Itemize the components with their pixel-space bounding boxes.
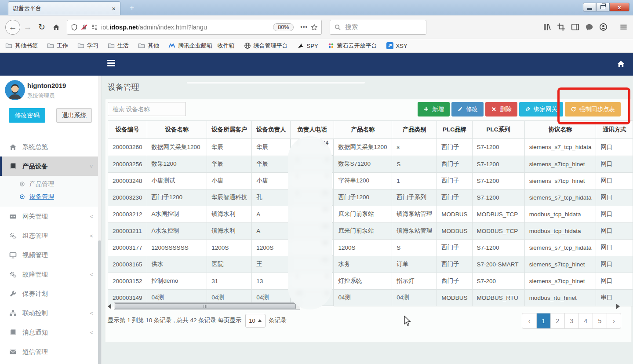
horizontal-scrollbar[interactable] (108, 302, 630, 310)
permissions-icon[interactable] (91, 24, 98, 31)
sidebar-item[interactable]: 联动控制< (0, 303, 101, 323)
sidebar-item[interactable]: 故障管理< (0, 265, 101, 284)
bullseye-icon (19, 181, 25, 187)
pager-page[interactable]: 5 (593, 313, 607, 328)
url-bar[interactable]: iot.idosp.net/admin/index.html?langu 80%… (67, 20, 322, 35)
back-button[interactable]: ← (5, 20, 20, 35)
sidebar-item[interactable]: 消息通知< (0, 323, 101, 342)
sidebar-scrollbar[interactable] (98, 76, 101, 364)
bookmark-label: 生活 (117, 42, 129, 50)
pager-page[interactable]: 4 (578, 313, 593, 328)
browser-home-button[interactable] (49, 24, 63, 31)
window-restore-button[interactable] (596, 3, 609, 11)
shield-icon[interactable] (71, 24, 78, 31)
change-password-button[interactable]: 修改密码 (9, 108, 45, 123)
user-card: hignton2019 系统管理员 修改密码 退出系统 (0, 76, 101, 137)
bookmark-item[interactable]: 生活 (108, 42, 129, 50)
window-close-button[interactable]: x (609, 3, 629, 11)
menu-icon[interactable] (619, 23, 628, 31)
sidebar-item[interactable]: 短信管理 (0, 342, 101, 361)
gears-icon (9, 271, 17, 278)
pager-page[interactable]: 2 (550, 313, 564, 328)
bookmark-item[interactable]: 学习 (77, 42, 98, 50)
bookmark-star-icon[interactable] (311, 24, 318, 31)
page-size-select[interactable]: 10 (245, 314, 266, 328)
insecure-lock-icon[interactable] (81, 24, 88, 31)
bookmark-item[interactable]: 其他 (138, 42, 159, 50)
browser-tab[interactable]: 思普云平台 × (8, 1, 120, 15)
table-cell: S7-1200 (472, 189, 524, 206)
bookmarks-bar: 其他书签工作学习生活其他腾讯企业邮箱 - 收件箱综合管理平台SPY萤石云开放平台… (0, 39, 633, 53)
new-tab-button[interactable]: + (126, 3, 138, 13)
tab-close-icon[interactable]: × (112, 5, 116, 12)
bookmark-item[interactable]: SPY (297, 42, 318, 49)
zoom-level-badge[interactable]: 80% (273, 23, 294, 31)
table-row[interactable]: 200003256数采1200华辰华辰14数采S71200S西门子S7-1200… (108, 156, 633, 172)
sidebar-item[interactable]: 组态管理< (0, 226, 101, 245)
table-cell: 华辰智通科技 (207, 189, 252, 206)
sidebar-item[interactable]: 网关管理< (0, 207, 101, 226)
bookmark-item[interactable]: XSY (386, 42, 407, 49)
toolbar-icons (543, 23, 628, 31)
table-cell: MODBUS_TCP (472, 206, 524, 222)
add-button[interactable]: 新增 (418, 102, 450, 116)
sidebar-item-label: 短信管理 (22, 348, 48, 356)
bookmark-item[interactable]: 萤石云开放平台 (327, 42, 377, 50)
sidebar-item[interactable]: 视频管理 (0, 245, 101, 265)
device-search-input[interactable] (108, 102, 186, 116)
monitor-icon (9, 251, 17, 259)
sidebar: hignton2019 系统管理员 修改密码 退出系统 系统总览产品设备<产品管… (0, 76, 102, 364)
account-icon[interactable] (599, 23, 608, 31)
pocket-icon[interactable] (585, 23, 593, 31)
pager-page[interactable]: 1 (536, 313, 550, 328)
page-actions-icon[interactable]: ••• (300, 24, 308, 30)
bookmark-item[interactable]: 其他书签 (5, 42, 38, 50)
sidebar-item[interactable]: 产品设备< (0, 157, 101, 176)
sidebar-item[interactable]: 空间管理 (0, 361, 101, 364)
pager-page[interactable]: 3 (564, 313, 578, 328)
table-row[interactable]: 200003152控制demo311318灯控系统指示灯西门子S7-200sie… (108, 273, 633, 289)
scroll-left-arrow-icon[interactable] (108, 304, 111, 309)
sidebar-subitem[interactable]: 产品管理 (0, 178, 101, 190)
bookmark-item[interactable]: 工作 (47, 42, 68, 50)
table-row[interactable]: 200003230西门子1200华辰智通科技孔131西门子1200西门子系列西门… (108, 189, 633, 206)
avatar[interactable] (5, 80, 25, 100)
screenshot-icon[interactable] (557, 23, 565, 31)
bookmark-item[interactable]: 腾讯企业邮箱 - 收件箱 (168, 42, 235, 50)
sidebars-icon[interactable] (571, 23, 579, 31)
table-row[interactable]: 200003212A水闸控制镇海水利A33庶来门前泵站镇海泵站管理MODBUSM… (108, 206, 633, 222)
table-cell: 西门子 (437, 139, 472, 156)
table-row[interactable]: 200003211A水泵控制镇海水利A33庶来门前泵站镇海泵站管理MODBUSM… (108, 222, 633, 239)
table-row[interactable]: 200003248小唐测试小唐小唐10字符串12001西门子S7-1200sie… (108, 172, 633, 189)
table-row[interactable]: 200003165供水医院王41水务订单西门子S7-200-SMARTsieme… (108, 256, 633, 273)
app-home-icon[interactable] (617, 60, 625, 68)
scroll-right-arrow-icon[interactable] (616, 304, 620, 309)
logout-button[interactable]: 退出系统 (56, 108, 92, 123)
url-text: iot.idosp.net/admin/index.html?langu (101, 24, 270, 31)
table-row[interactable]: 200003260数据网关采集1200华辰华辰104数据网关采集1200s西门子… (108, 139, 633, 156)
scrollbar-track[interactable] (114, 302, 300, 310)
forward-button[interactable]: → (21, 22, 34, 32)
window-minimize-button[interactable] (583, 3, 596, 11)
sidebar-toggle-icon[interactable] (107, 60, 115, 66)
sidebar-item[interactable]: 系统总览 (0, 137, 101, 157)
sidebar-item[interactable]: 保养计划 (0, 284, 101, 303)
user-role: 系统管理员 (27, 92, 55, 100)
reload-button[interactable]: ↻ (35, 22, 48, 32)
library-icon[interactable] (543, 23, 551, 31)
table-cell: 西门子 (437, 256, 472, 273)
delete-button[interactable]: 删除 (485, 102, 517, 116)
table-cell: 数采S71200 (334, 156, 392, 172)
pager-next[interactable]: › (607, 313, 621, 328)
table-cell: 数据网关采集1200 (334, 139, 392, 156)
table-cell: 1200SSSSSS (147, 239, 207, 256)
table-cell: 订单 (392, 256, 437, 273)
browser-search-bar[interactable]: 搜索 (330, 20, 426, 35)
edit-button[interactable]: 修改 (451, 102, 484, 116)
pager-prev[interactable]: ‹ (522, 313, 536, 328)
bookmark-item[interactable]: 综合管理平台 (244, 42, 288, 50)
sidebar-subitem[interactable]: 设备管理 (0, 190, 101, 203)
bind-gateway-button[interactable]: 绑定网关 (519, 102, 563, 116)
table-row[interactable]: 2000031771200SSSSSS1200S1200S881200SS西门子… (108, 239, 633, 256)
scrollbar-thumb[interactable] (115, 303, 296, 309)
